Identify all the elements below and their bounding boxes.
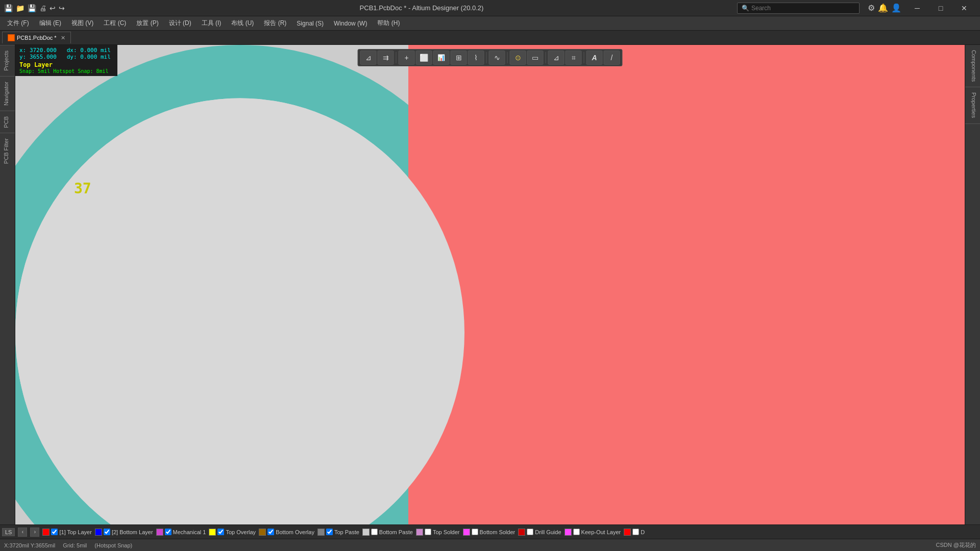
- layer-prev-btn[interactable]: ‹: [18, 528, 27, 537]
- layer-item-topsolder[interactable]: Top Solder: [416, 529, 460, 536]
- open-icon[interactable]: 📁: [16, 4, 24, 12]
- route-btn[interactable]: ⇉: [378, 51, 394, 65]
- chart-btn[interactable]: 📊: [433, 51, 450, 65]
- layer-item-top[interactable]: [1] Top Layer: [42, 529, 91, 536]
- account-icon[interactable]: 👤: [891, 3, 901, 13]
- sidebar-tab-pcb[interactable]: PCB: [0, 111, 15, 133]
- layer-item-bottomoverlay[interactable]: Bottom Overlay: [259, 529, 314, 536]
- tab-close-icon[interactable]: ✕: [61, 35, 65, 41]
- filter-btn[interactable]: ⊿: [360, 51, 377, 65]
- status-left: X:3720mil Y:3655mil Grid: 5mil (Hotspot …: [4, 542, 132, 548]
- menu-report[interactable]: 报告 (R): [259, 17, 291, 30]
- pcb-tab[interactable]: PCB1.PcbDoc * ✕: [2, 32, 71, 43]
- layer-item-toppaste[interactable]: Top Paste: [317, 529, 359, 536]
- layer-check-drillguide[interactable]: [527, 529, 533, 535]
- drc-btn[interactable]: ⊿: [548, 51, 565, 65]
- menu-place[interactable]: 放置 (P): [131, 17, 163, 30]
- close-button[interactable]: ✕: [952, 0, 976, 16]
- save-icon[interactable]: 💾: [4, 4, 13, 12]
- dx-label: dx:: [67, 47, 77, 54]
- ls-label[interactable]: LS: [2, 528, 15, 536]
- sidebar-tab-navigator[interactable]: Navigator: [0, 76, 15, 111]
- via-btn[interactable]: ⊙: [510, 51, 526, 65]
- search-bar[interactable]: 🔍: [737, 3, 860, 14]
- menu-tools[interactable]: 工具 (I): [197, 17, 227, 30]
- sidebar-tab-components[interactable]: Components: [965, 45, 980, 87]
- layer-item-bottompaste[interactable]: Bottom Paste: [362, 529, 413, 536]
- connect-btn[interactable]: ⌇: [468, 51, 484, 65]
- x-val: 3720.000: [30, 47, 57, 54]
- layer-color-drillguide: [518, 529, 525, 536]
- layer-check-topoverlay[interactable]: [217, 529, 224, 535]
- dx-val: 0.000 mil: [80, 47, 111, 54]
- line-btn[interactable]: /: [604, 51, 620, 65]
- layer-item-mechanical[interactable]: Mechanical 1: [156, 529, 206, 536]
- layer-item-drillguide[interactable]: Drill Guide: [518, 529, 561, 536]
- dy-label: dy:: [67, 54, 77, 60]
- menu-view[interactable]: 视图 (V): [66, 17, 99, 30]
- pcb-canvas[interactable]: x: 3720.000 dx: 0.000 mil y: 3655.000 dy…: [15, 45, 965, 524]
- menu-route[interactable]: 布线 (U): [226, 17, 259, 30]
- layer-item-bottom[interactable]: [2] Bottom Layer: [95, 529, 153, 536]
- shape-btn[interactable]: ▭: [527, 51, 544, 65]
- layer-check-bottomoverlay[interactable]: [267, 529, 274, 535]
- layer-check-bottomsolder[interactable]: [472, 529, 478, 535]
- layer-check-mechanical[interactable]: [165, 529, 172, 535]
- maximize-button[interactable]: □: [929, 0, 952, 16]
- menu-help[interactable]: 帮助 (H): [372, 17, 405, 30]
- add-btn[interactable]: +: [399, 51, 415, 65]
- numbering-btn[interactable]: ⌗: [566, 51, 582, 65]
- layer-check-bottom[interactable]: [104, 529, 110, 535]
- canvas-area[interactable]: x: 3720.000 dx: 0.000 mil y: 3655.000 dy…: [15, 45, 965, 524]
- coord-overlay: x: 3720.000 dx: 0.000 mil y: 3655.000 dy…: [15, 45, 117, 76]
- menu-edit[interactable]: 编辑 (E): [34, 17, 66, 30]
- y-label: y:: [19, 54, 26, 60]
- layer-item-topoverlay[interactable]: Top Overlay: [209, 529, 256, 536]
- toolbar-sep-2: [486, 52, 487, 63]
- layer-color-d: [624, 529, 631, 536]
- sidebar-tab-projects[interactable]: Projects: [0, 45, 15, 76]
- print-icon[interactable]: 🖨: [39, 4, 46, 12]
- window-controls: ─ □ ✕: [905, 0, 976, 16]
- text-btn[interactable]: A: [586, 51, 603, 65]
- layer-color-bottompaste: [362, 529, 370, 536]
- search-input[interactable]: [751, 5, 848, 12]
- layer-next-btn[interactable]: ›: [30, 528, 39, 537]
- layer-color-bottomoverlay: [259, 529, 266, 536]
- status-snap: (Hotspot Snap): [94, 542, 132, 548]
- menu-file[interactable]: 文件 (F): [2, 17, 34, 30]
- settings-icon[interactable]: ⚙: [868, 3, 875, 13]
- tab-label: PCB1.PcbDoc *: [17, 35, 57, 41]
- layer-check-bottompaste[interactable]: [371, 529, 378, 535]
- sidebar-tab-properties[interactable]: Properties: [965, 87, 980, 123]
- layer-color-mechanical: [156, 529, 163, 536]
- menu-project[interactable]: 工程 (C): [99, 17, 131, 30]
- menu-window[interactable]: Window (W): [329, 18, 372, 29]
- status-bar: X:3720mil Y:3655mil Grid: 5mil (Hotspot …: [0, 539, 980, 551]
- redo-icon[interactable]: ↪: [59, 4, 65, 12]
- layer-item-d[interactable]: D: [624, 529, 645, 536]
- layer-check-topsolder[interactable]: [425, 529, 431, 535]
- layer-check-toppaste[interactable]: [326, 529, 333, 535]
- wave-btn[interactable]: ∿: [489, 51, 505, 65]
- layer-check-d[interactable]: [632, 529, 639, 535]
- menu-bar: 文件 (F) 编辑 (E) 视图 (V) 工程 (C) 放置 (P) 设计 (D…: [0, 16, 980, 31]
- save2-icon[interactable]: 💾: [28, 4, 36, 12]
- minimize-button[interactable]: ─: [905, 0, 929, 16]
- rect-btn[interactable]: ⬜: [416, 51, 432, 65]
- menu-design[interactable]: 设计 (D): [164, 17, 197, 30]
- grid-btn[interactable]: ⊞: [451, 51, 467, 65]
- toolbar-sep-5: [584, 52, 584, 63]
- notification-icon[interactable]: 🔔: [878, 3, 888, 13]
- layer-check-keepout[interactable]: [573, 529, 580, 535]
- sidebar-tab-pcbfilter[interactable]: PCB Filter: [0, 133, 15, 169]
- tab-icon: [8, 34, 15, 41]
- layer-item-bottomsolder[interactable]: Bottom Solder: [463, 529, 516, 536]
- layer-check-top[interactable]: [51, 529, 58, 535]
- y-val: 3655.000: [30, 54, 57, 60]
- layer-label-drillguide: Drill Guide: [535, 529, 561, 535]
- coord-y: y: 3655.000 dy: 0.000 mil: [19, 54, 113, 60]
- menu-signal[interactable]: Signal (S): [291, 18, 329, 29]
- undo-icon[interactable]: ↩: [50, 4, 56, 12]
- layer-item-keepout[interactable]: Keep-Out Layer: [565, 529, 621, 536]
